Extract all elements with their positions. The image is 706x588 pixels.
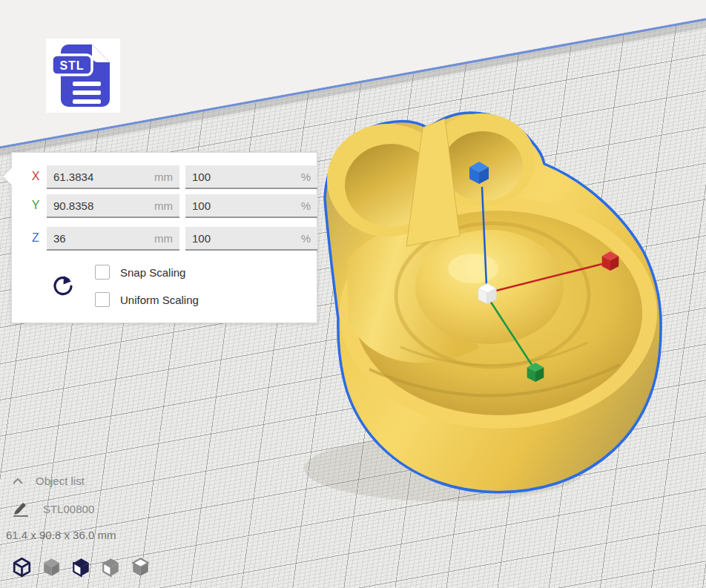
view-left-button[interactable] (100, 554, 122, 581)
dome-highlight (448, 254, 498, 283)
stl-document-icon: STL (46, 39, 120, 113)
stl-badge-label: STL (59, 59, 84, 72)
scale-y-percent-field[interactable]: % (185, 194, 317, 218)
object-list-header[interactable]: Object list (12, 475, 116, 487)
scale-y-size-field[interactable]: mm (47, 194, 179, 218)
scale-x-percent-field[interactable]: % (185, 165, 317, 189)
object-list-item[interactable]: STL00800 (12, 501, 116, 517)
snap-scaling-label: Snap Scaling (120, 266, 185, 279)
scale-z-size-input[interactable] (53, 232, 151, 245)
scale-row-z: Z mm % (12, 227, 317, 251)
uniform-scaling-label: Uniform Scaling (120, 294, 199, 306)
axis-x-label: X (30, 170, 42, 183)
scale-y-size-input[interactable] (53, 199, 151, 212)
scale-x-percent-unit: % (301, 171, 311, 183)
scale-x-percent-input[interactable] (192, 171, 298, 183)
scale-row-y: Y mm % (12, 194, 317, 218)
cube-left-face-icon (100, 554, 122, 581)
view-front-button[interactable] (41, 554, 62, 581)
scale-z-percent-input[interactable] (192, 232, 298, 245)
stl-file-icon[interactable]: STL (46, 39, 120, 113)
axis-y-label: Y (30, 199, 42, 212)
snap-scaling-option: Snap Scaling (95, 265, 185, 280)
scale-tool-panel: X mm % Y mm % Z mm (11, 152, 317, 323)
scale-z-size-unit: mm (154, 232, 173, 245)
cube-front-face-icon (70, 554, 92, 581)
reset-arrow-icon (50, 274, 76, 299)
object-list-panel: Object list STL00800 61.4 x 90.8 x 36.0 … (6, 475, 116, 541)
scale-x-size-unit: mm (154, 171, 173, 183)
axis-z-label: Z (30, 231, 42, 245)
scale-row-x: X mm % (12, 165, 317, 189)
viewport-3d[interactable]: STL X mm % Y mm (0, 0, 706, 588)
scale-z-size-field[interactable]: mm (47, 227, 179, 251)
pencil-icon (12, 501, 30, 517)
scale-y-percent-unit: % (301, 199, 311, 212)
cube-top-face-icon (130, 554, 151, 581)
scale-x-size-field[interactable]: mm (47, 165, 179, 189)
cube-wireframe-icon (11, 554, 33, 581)
chevron-up-icon (12, 478, 24, 485)
model-dimensions-label: 61.4 x 90.8 x 36.0 mm (6, 529, 116, 541)
view-top-button[interactable] (70, 554, 92, 581)
scale-z-percent-unit: % (301, 232, 311, 245)
cube-solid-icon (41, 554, 62, 581)
view-right-button[interactable] (130, 554, 151, 581)
panel-pointer-arrow (3, 168, 12, 185)
uniform-scaling-checkbox[interactable] (95, 292, 110, 307)
view-3d-button[interactable] (11, 554, 33, 581)
snap-scaling-checkbox[interactable] (95, 265, 110, 280)
object-list-title: Object list (36, 475, 85, 487)
view-mode-toolbar (11, 554, 151, 581)
scale-y-percent-input[interactable] (192, 199, 298, 212)
object-item-name: STL00800 (43, 503, 94, 515)
uniform-scaling-option: Uniform Scaling (95, 292, 199, 307)
scale-x-size-input[interactable] (53, 171, 151, 183)
scale-y-size-unit: mm (154, 199, 173, 212)
reset-scale-button[interactable] (50, 274, 76, 299)
scale-z-percent-field[interactable]: % (185, 227, 317, 251)
